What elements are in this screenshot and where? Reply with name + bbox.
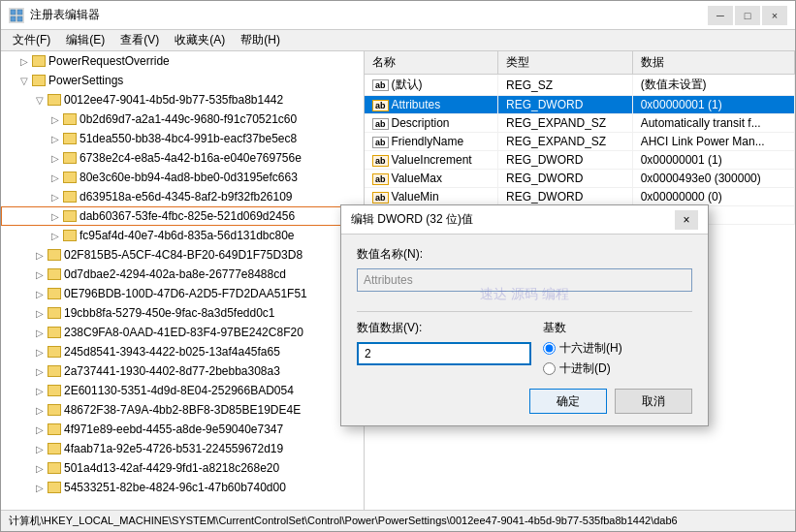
row-type: REG_DWORD (498, 170, 633, 188)
status-text: 计算机\HKEY_LOCAL_MACHINE\SYSTEM\CurrentCon… (9, 514, 678, 528)
tree-node-powersettings[interactable]: ▽ PowerSettings (1, 71, 364, 90)
tree-node-sub1[interactable]: ▷ 0b2d69d7-a2a1-449c-9680-f91c70521c60 (1, 110, 364, 129)
tree-label: 0012ee47-9041-4b5d-9b77-535fba8b1442 (64, 93, 283, 107)
title-buttons: ─ □ × (708, 6, 787, 25)
edit-dword-dialog[interactable]: 编辑 DWORD (32 位)值 × 速达 源码 编程 数值名称(N): 数值数… (340, 204, 709, 426)
value-data-input[interactable] (357, 342, 531, 365)
menu-view[interactable]: 查看(V) (112, 30, 167, 50)
expander-icon: ▷ (32, 422, 48, 437)
expander-icon: ▷ (48, 111, 63, 127)
dialog-body: 速达 源码 编程 数值名称(N): 数值数据(V): 基数 十六进制(H) (341, 235, 708, 425)
hex-radio-label[interactable]: 十六进制(H) (543, 340, 622, 357)
tree-node-guid12[interactable]: ▷ 4faab71a-92e5-4726-b531-224559672d19 (1, 439, 364, 458)
row-name: ab(默认) (365, 75, 498, 96)
row-data: 0x0000493e0 (300000) (632, 170, 794, 188)
col-type-header: 类型 (498, 51, 633, 75)
dialog-buttons: 确定 取消 (357, 389, 692, 414)
tree-node-guid7[interactable]: ▷ 245d8541-3943-4422-b025-13af4a45fa65 (1, 342, 364, 361)
registry-table: 名称 类型 数据 ab(默认)REG_SZ(数值未设置)abAttributes… (365, 51, 795, 225)
value-data-label: 数值数据(V): (357, 320, 531, 336)
expander-icon: ▷ (32, 383, 48, 398)
table-row[interactable]: abValueMaxREG_DWORD0x0000493e0 (300000) (365, 170, 795, 188)
folder-icon (63, 191, 77, 203)
tree-node-powerrequestoverride[interactable]: ▷ PowerRequestOverride (1, 51, 364, 71)
tree-node-guid9[interactable]: ▷ 2E601130-5351-4d9d-8E04-252966BAD054 (1, 381, 364, 400)
table-row[interactable]: abValueIncrementREG_DWORD0x00000001 (1) (365, 151, 795, 170)
tree-node-guid1[interactable]: ▽ 0012ee47-9041-4b5d-9b77-535fba8b1442 (1, 90, 364, 110)
dec-radio[interactable] (543, 362, 556, 375)
folder-icon (48, 94, 61, 106)
expander-icon: ▷ (32, 266, 48, 282)
expander-icon: ▷ (16, 53, 32, 69)
folder-icon (48, 288, 61, 299)
base-group: 基数 十六进制(H) 十进制(D) (543, 320, 622, 377)
menu-favorites[interactable]: 收藏夹(A) (167, 30, 233, 50)
tree-node-guid2[interactable]: ▷ 02F815B5-A5CF-4C84-BF20-649D1F75D3D8 (1, 245, 364, 265)
folder-icon (32, 55, 46, 67)
dialog-close-button[interactable]: × (675, 210, 698, 230)
hex-radio[interactable] (543, 342, 556, 355)
close-button[interactable]: × (762, 6, 787, 25)
ok-button[interactable]: 确定 (529, 389, 607, 414)
table-row[interactable]: abDescriptionREG_EXPAND_SZAutomatically … (365, 114, 795, 133)
tree-node-guid10[interactable]: ▷ 48672F38-7A9A-4bb2-8BF8-3D85BE19DE4E (1, 400, 364, 420)
tree-node-guid4[interactable]: ▷ 0E796BDB-100D-47D6-A2D5-F7D2DAA51F51 (1, 284, 364, 303)
menu-bar: 文件(F) 编辑(E) 查看(V) 收藏夹(A) 帮助(H) (1, 30, 795, 51)
expander-icon: ▷ (32, 344, 48, 360)
tree-node-sub6-highlighted[interactable]: ▷ dab60367-53fe-4fbc-825e-521d069d2456 (1, 206, 364, 226)
folder-icon (48, 443, 61, 454)
folder-icon (63, 172, 77, 183)
menu-file[interactable]: 文件(F) (5, 30, 58, 50)
tree-node-guid5[interactable]: ▷ 19cbb8fa-5279-450e-9fac-8a3d5fedd0c1 (1, 303, 364, 323)
tree-label: 48672F38-7A9A-4bb2-8BF8-3D85BE19DE4E (64, 403, 301, 417)
tree-node-guid11[interactable]: ▷ 4f971e89-eebd-4455-a8de-9e59040e7347 (1, 420, 364, 439)
row-name: abValueMin (365, 188, 498, 206)
ab-icon: ab (372, 79, 389, 91)
expander-icon: ▷ (32, 247, 48, 263)
expander-icon: ▷ (32, 325, 48, 340)
tree-node-guid14[interactable]: ▷ 54533251-82be-4824-96c1-47b60b740d00 (1, 478, 364, 497)
table-row[interactable]: abAttributesREG_DWORD0x00000001 (1) (365, 96, 795, 114)
table-row[interactable]: ab(默认)REG_SZ(数值未设置) (365, 75, 795, 96)
tree-node-guid8[interactable]: ▷ 2a737441-1930-4402-8d77-2bebba308a3 (1, 361, 364, 381)
menu-help[interactable]: 帮助(H) (233, 30, 288, 50)
expander-icon: ▷ (32, 480, 48, 495)
row-data: Automatically transit f... (632, 114, 794, 133)
tree-pane[interactable]: ▷ PowerRequestOverride ▽ PowerSettings ▽… (1, 51, 365, 510)
dialog-title-text: 编辑 DWORD (32 位)值 (351, 211, 473, 228)
tree-label: 4faab71a-92e5-4726-b531-224559672d19 (64, 442, 283, 455)
tree-node-guid13[interactable]: ▷ 501a4d13-42af-4429-9fd1-a8218c268e20 (1, 458, 364, 478)
row-data: 0x00000001 (1) (632, 151, 794, 170)
maximize-button[interactable]: □ (735, 6, 760, 25)
table-row[interactable]: abFriendlyNameREG_EXPAND_SZAHCI Link Pow… (365, 133, 795, 151)
dec-radio-label[interactable]: 十进制(D) (543, 360, 622, 377)
row-type: REG_DWORD (498, 188, 633, 206)
tree-node-guid6[interactable]: ▷ 238C9FA8-0AAD-41ED-83F4-97BE242C8F20 (1, 323, 364, 342)
tree-label: 501a4d13-42af-4429-9fd1-a8218c268e20 (64, 461, 279, 475)
expander-icon: ▷ (48, 228, 63, 243)
tree-node-sub7[interactable]: ▷ fc95af4d-40e7-4b6d-835a-56d131dbc80e (1, 226, 364, 245)
minimize-button[interactable]: ─ (708, 6, 733, 25)
tree-label: 238C9FA8-0AAD-41ED-83F4-97BE242C8F20 (64, 326, 303, 339)
folder-icon (48, 327, 61, 338)
row-name: abValueIncrement (365, 151, 498, 170)
tree-node-guid3[interactable]: ▷ 0d7dbae2-4294-402a-ba8e-26777e8488cd (1, 265, 364, 284)
cancel-button[interactable]: 取消 (615, 389, 692, 414)
folder-icon (48, 462, 61, 474)
ab-icon: ab (372, 137, 389, 148)
tree-node-sub2[interactable]: ▷ 51dea550-bb38-4bc4-991b-eacf37be5ec8 (1, 129, 364, 148)
tree-node-sub4[interactable]: ▷ 80e3c60e-bb94-4ad8-bbe0-0d3195efc663 (1, 168, 364, 187)
expander-icon: ▷ (32, 363, 48, 379)
folder-icon (48, 249, 61, 261)
tree-node-sub5[interactable]: ▷ d639518a-e56d-4345-8af2-b9f32fb26109 (1, 187, 364, 206)
menu-edit[interactable]: 编辑(E) (58, 30, 112, 50)
folder-icon (63, 152, 77, 164)
tree-node-sub3[interactable]: ▷ 6738e2c4-e8a5-4a42-b16a-e040e769756e (1, 148, 364, 168)
tree-label: 02F815B5-A5CF-4C84-BF20-649D1F75D3D8 (64, 248, 302, 262)
row-name: abValueMax (365, 170, 498, 188)
table-row[interactable]: abValueMinREG_DWORD0x00000000 (0) (365, 188, 795, 206)
value-name-input[interactable] (357, 268, 692, 292)
base-label: 基数 (543, 320, 622, 336)
tree-label: fc95af4d-40e7-4b6d-835a-56d131dbc80e (80, 229, 295, 242)
expander-icon: ▷ (32, 286, 48, 301)
